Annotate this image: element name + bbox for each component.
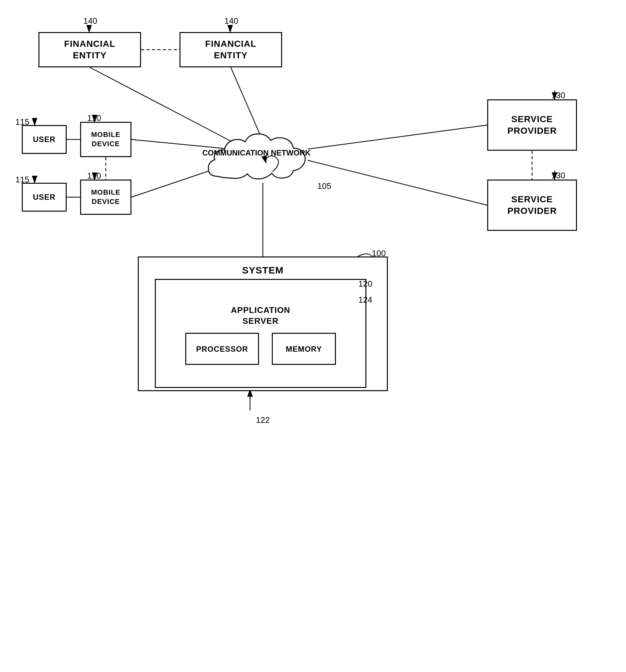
label-105: 105 [317,181,331,191]
mobile-device-2: MOBILE DEVICE [80,179,131,215]
label-140-2: 140 [224,16,238,26]
label-130-1: 130 [551,90,565,100]
communication-network-cloud: COMMUNICATION NETWORK [199,125,314,196]
label-110-2: 110 [87,171,101,181]
app-server-box: APPLICATION SERVER PROCESSOR MEMORY [155,279,366,388]
service-provider-2: SERVICE PROVIDER [487,179,577,231]
svg-line-18 [308,160,487,205]
cloud-svg [199,125,314,196]
label-122: 122 [256,415,270,425]
memory-box: MEMORY [272,333,336,365]
svg-line-17 [308,125,487,149]
processor-box: PROCESSOR [185,333,259,365]
label-115-1: 115 [16,117,29,127]
label-110-1: 110 [87,113,101,123]
diagram-container: FINANCIAL ENTITY 140 FINANCIAL ENTITY 14… [0,0,626,672]
label-124: 124 [358,295,372,305]
user-2: USER [22,183,67,212]
label-100: 100 [372,248,386,258]
label-130-2: 130 [551,171,565,181]
financial-entity-1: FINANCIAL ENTITY [39,32,141,67]
label-115-2: 115 [16,175,29,185]
user-1: USER [22,125,67,154]
service-provider-1: SERVICE PROVIDER [487,99,577,151]
system-label: SYSTEM [242,264,283,277]
mobile-device-1: MOBILE DEVICE [80,122,131,157]
label-120: 120 [358,279,372,289]
system-box: SYSTEM APPLICATION SERVER PROCESSOR MEMO… [138,257,388,391]
label-140-1: 140 [83,16,97,26]
financial-entity-2: FINANCIAL ENTITY [179,32,282,67]
app-server-label: APPLICATION SERVER [231,305,290,327]
